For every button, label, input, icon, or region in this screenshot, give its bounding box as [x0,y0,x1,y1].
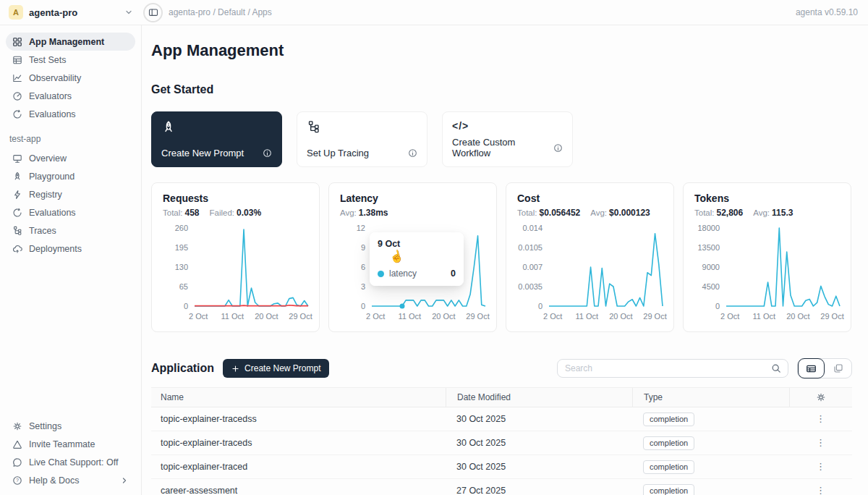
get-started-title: Get Started [151,83,852,96]
table-view-button[interactable] [798,358,825,378]
stat-label: Avg: [590,208,607,217]
tokens-plot-area[interactable] [726,228,840,306]
sidebar-toggle-button[interactable] [143,3,163,22]
sidebar-item-evaluators[interactable]: Evaluators [6,87,135,105]
sidebar-item-label: Invite Teammate [29,439,95,449]
tooltip-series-row: latency 0 [378,268,456,279]
row-actions-menu[interactable]: ⋮ [816,415,825,423]
application-header: Application Create New Prompt [151,358,852,378]
sidebar-item-evaluations-app[interactable]: Evaluations [6,203,135,221]
chart-line-icon [12,73,22,83]
column-header-type[interactable]: Type [632,388,789,407]
sidebar-footer: Settings Invite Teammate Live Chat Suppo… [6,417,135,489]
sidebar-item-label: Observability [29,73,81,83]
stat-value: 115.3 [772,208,793,218]
sidebar-item-live-chat-support[interactable]: Live Chat Support: Off [6,453,135,471]
y-axis-labels: 1800013500900045000 [694,228,726,306]
info-icon[interactable] [408,148,417,158]
create-custom-workflow-card[interactable]: </> Create Custom Workflow [442,111,573,167]
app-name[interactable]: topic-explainer-traceds [151,438,446,448]
info-icon[interactable] [263,148,272,158]
triangle-icon [12,439,22,449]
create-new-prompt-button[interactable]: Create New Prompt [223,359,329,378]
app-name[interactable]: topic-explainer-traced [151,462,446,472]
sidebar-item-invite-teammate[interactable]: Invite Teammate [6,435,135,453]
x-axis-labels: 2 Oct11 Oct20 Oct29 Oct [195,312,308,323]
app-name[interactable]: career-assessment [151,486,446,495]
requests-chart-card: Requests Total:458 Failed:0.03% 26019513… [151,182,320,332]
row-actions-menu[interactable]: ⋮ [816,487,825,494]
sidebar-collapse-icon [148,7,158,17]
sidebar-item-evaluations[interactable]: Evaluations [6,105,135,123]
info-icon[interactable] [553,143,563,153]
tooltip-series-label: latency [389,268,417,279]
series-dot-icon [378,271,384,277]
column-settings-button[interactable] [789,388,852,407]
sidebar-item-traces[interactable]: Traces [6,221,135,240]
trace-tree-icon [307,120,417,134]
app-date-modified: 27 Oct 2025 [446,486,632,495]
sidebar-item-settings[interactable]: Settings [6,417,135,435]
y-axis-labels: 129630 [340,228,372,306]
x-axis-labels: 2 Oct11 Oct20 Oct29 Oct [372,312,485,323]
metrics-charts-row: Requests Total:458 Failed:0.03% 26019513… [151,182,852,332]
set-up-tracing-card[interactable]: Set Up Tracing [297,111,427,167]
row-actions-menu[interactable]: ⋮ [816,463,825,470]
create-new-prompt-card[interactable]: Create New Prompt [151,111,282,167]
stat-value: 458 [185,208,200,218]
code-icon: </> [452,120,563,132]
sidebar-item-help-docs[interactable]: ? Help & Docs [6,471,135,489]
cursor-pointer-icon: ☝ [388,248,405,265]
lightning-icon [12,190,22,200]
sidebar-item-label: Settings [29,421,61,431]
chart-tooltip: 9 Oct ☝ latency 0 [370,232,464,286]
stat-value: 1.38ms [359,208,388,218]
sidebar-item-registry[interactable]: Registry [6,185,135,203]
application-title: Application [151,362,214,375]
sidebar-item-app-management[interactable]: App Management [6,33,135,51]
column-header-name[interactable]: Name [151,392,446,402]
app-date-modified: 30 Oct 2025 [446,438,632,448]
sidebar-item-test-sets[interactable]: Test Sets [6,51,135,69]
chart-stats: Total:$0.056452 Avg:$0.000123 [517,208,663,218]
table-row[interactable]: topic-explainer-traceds 30 Oct 2025 comp… [151,431,852,455]
search-input[interactable] [558,363,765,373]
gear-icon [816,392,826,402]
workspace-name: agenta-pro [29,7,119,18]
tokens-chart-card: Tokens Total:52,806 Avg:115.3 1800013500… [683,182,851,332]
chart-stats: Avg:1.38ms [340,208,485,218]
sidebar-item-label: Help & Docs [29,475,79,486]
table-view-icon [806,363,817,374]
card-label: Create New Prompt [161,148,244,158]
sidebar-item-label: Traces [29,226,56,236]
card-view-button[interactable] [825,358,851,378]
table-row[interactable]: topic-explainer-traced 30 Oct 2025 compl… [151,455,852,479]
stat-label: Total: [694,208,715,217]
chart-title: Latency [340,192,485,204]
search-icon[interactable] [765,363,788,373]
workspace-switcher[interactable]: A agenta-pro [0,5,142,20]
tooltip-value: 0 [451,268,456,279]
breadcrumb[interactable]: agenta-pro / Default / Apps [169,7,272,17]
monitor-icon [12,153,22,164]
table-row[interactable]: career-assessment 27 Oct 2025 completion… [151,479,852,495]
type-badge: completion [643,436,694,450]
sidebar-item-overview[interactable]: Overview [6,149,135,167]
column-header-date-modified[interactable]: Date Modified [446,388,632,407]
sidebar-item-playground[interactable]: Playground [6,167,135,185]
table-row[interactable]: topic-explainer-tracedss 30 Oct 2025 com… [151,407,852,431]
sidebar-item-label: Playground [29,172,75,182]
app-name[interactable]: topic-explainer-tracedss [151,414,446,424]
requests-plot-area[interactable] [195,228,308,306]
cost-plot-area[interactable] [549,228,663,306]
sidebar-item-observability[interactable]: Observability [6,69,135,87]
sidebar-item-deployments[interactable]: Deployments [6,240,135,258]
row-actions-menu[interactable]: ⋮ [816,439,825,447]
highlighted-data-point [399,304,404,309]
sidebar-item-label: Evaluations [29,208,76,218]
workspace-avatar: A [9,5,23,20]
sidebar-section-label: test-app [9,134,135,144]
sidebar-item-label: Overview [29,153,67,164]
stat: Avg:115.3 [753,208,793,218]
sidebar: App Management Test Sets Observability E… [0,25,142,495]
